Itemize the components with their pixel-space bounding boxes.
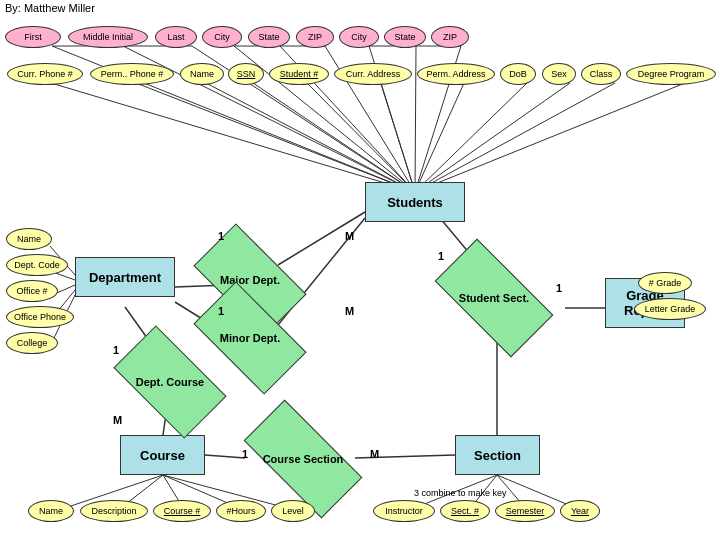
students-entity: Students [365,182,465,222]
attr-ssn: SSN [228,63,264,85]
attr-perm-zip: ZIP [431,26,469,48]
attr-perm-phone: Perm.. Phone # [90,63,174,85]
attr-class: Class [581,63,621,85]
attr-curr-city: City [202,26,242,48]
mult-Mc: M [113,414,122,426]
attr-dept-code: Dept. Code [6,254,68,276]
attr-degree-program: Degree Program [626,63,716,85]
course-section-relation: Course Section [248,430,358,488]
attr-letter-grade: Letter Grade [634,298,706,320]
attr-course-name: Name [28,500,74,522]
attr-first: First [5,26,61,48]
svg-line-18 [415,83,615,192]
attr-sex: Sex [542,63,576,85]
attr-college: College [6,332,58,354]
svg-line-12 [253,83,415,192]
mult-Ma: M [345,230,354,242]
svg-line-14 [381,83,415,192]
attr-sect-num: Sect. # [440,500,490,522]
department-entity: Department [75,257,175,297]
mult-1e: 1 [113,344,119,356]
svg-line-15 [415,83,464,192]
attr-course-num: Course # [153,500,211,522]
section-key-note: 3 combine to make key [414,488,507,498]
svg-line-16 [415,83,527,192]
attr-name: Name [180,63,224,85]
attr-perm-state: State [384,26,426,48]
svg-line-7 [415,46,416,192]
student-sect-relation: Student Sect. [440,268,548,328]
svg-line-13 [307,83,415,192]
attr-curr-address: Curr. Address [334,63,412,85]
attr-hours: #Hours [216,500,266,522]
mult-1b: 1 [218,305,224,317]
attr-student-num: Student # [269,63,329,85]
attr-curr-zip: ZIP [296,26,334,48]
course-entity: Course [120,435,205,475]
mult-1c: 1 [438,250,444,262]
mult-1d: 1 [556,282,562,294]
attr-curr-phone: Curr. Phone # [7,63,83,85]
attr-dept-name: Name [6,228,52,250]
author-label: By: Matthew Miller [5,2,95,14]
dept-course-relation: Dept. Course [120,352,220,412]
attr-description: Description [80,500,148,522]
attr-semester: Semester [495,500,555,522]
svg-line-10 [136,83,415,192]
section-entity: Section [455,435,540,475]
attr-dob: DoB [500,63,536,85]
attr-middle-initial: Middle Initial [68,26,148,48]
attr-grade-num: # Grade [638,272,692,294]
svg-line-17 [415,83,570,192]
svg-line-9 [51,83,415,192]
attr-last: Last [155,26,197,48]
attr-perm-city: City [339,26,379,48]
attr-instructor: Instructor [373,500,435,522]
mult-1f: 1 [242,448,248,460]
attr-level: Level [271,500,315,522]
mult-Md: M [370,448,379,460]
mult-1a: 1 [218,230,224,242]
er-diagram: By: Matthew Miller [0,0,728,546]
attr-curr-state: State [248,26,290,48]
attr-year: Year [560,500,600,522]
mult-Mb: M [345,305,354,317]
svg-line-29 [205,455,245,458]
svg-line-19 [415,83,685,192]
attr-office-num: Office # [6,280,58,302]
attr-office-phone: Office Phone [6,306,74,328]
attr-perm-address: Perm. Address [417,63,495,85]
svg-line-11 [206,83,415,192]
